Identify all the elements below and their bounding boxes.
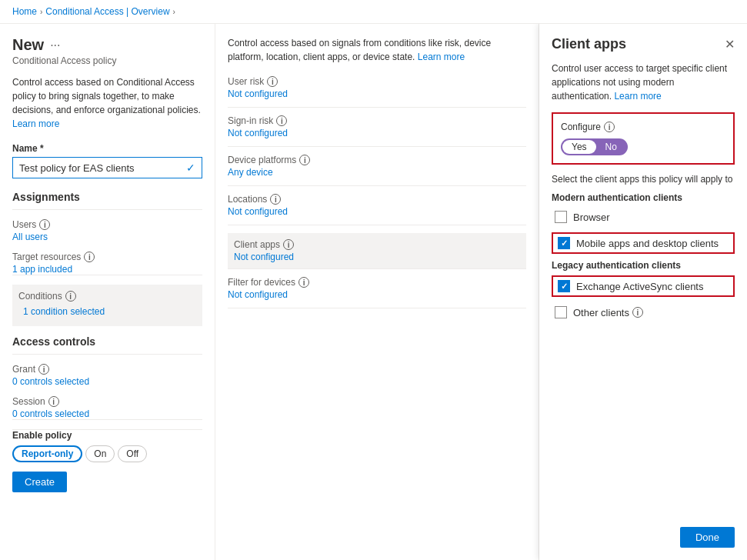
- grant-label: Grant: [12, 364, 35, 375]
- mobile-row: Mobile apps and desktop clients: [552, 232, 735, 254]
- exchange-checkbox[interactable]: [558, 280, 570, 292]
- configure-box: Configure i Yes No: [552, 112, 735, 165]
- device-platforms-info-icon[interactable]: i: [299, 155, 310, 165]
- target-label: Target resources: [12, 252, 81, 262]
- check-icon: ✓: [186, 162, 195, 174]
- panel-description: Control user access to target specific c…: [552, 62, 735, 103]
- session-info-icon[interactable]: i: [48, 396, 59, 407]
- signin-risk-info-icon[interactable]: i: [276, 115, 287, 126]
- exchange-row: Exchange ActiveSync clients: [552, 275, 735, 297]
- other-info-icon[interactable]: i: [632, 307, 643, 318]
- users-value[interactable]: All users: [12, 232, 202, 242]
- page-subtitle: Conditional Access policy: [12, 55, 202, 66]
- name-input[interactable]: Test policy for EAS clients ✓: [12, 157, 202, 178]
- device-platforms-value[interactable]: Any device: [228, 167, 526, 178]
- signin-risk-value[interactable]: Not configured: [228, 128, 526, 138]
- filter-devices-info-icon[interactable]: i: [298, 277, 309, 288]
- client-apps-value[interactable]: Not configured: [234, 252, 520, 262]
- no-option[interactable]: No: [596, 140, 626, 154]
- client-apps-row: Client apps i Not configured: [228, 233, 526, 269]
- left-learn-more[interactable]: Learn more: [12, 118, 59, 129]
- middle-description: Control access based on signals from con…: [228, 36, 526, 64]
- breadcrumb-conditional-access[interactable]: Conditional Access | Overview: [45, 6, 169, 17]
- report-only-toggle[interactable]: Report-only: [12, 445, 82, 462]
- breadcrumb-sep2: ›: [173, 8, 175, 16]
- configure-info-icon[interactable]: i: [604, 122, 615, 132]
- page-title: New: [12, 36, 44, 54]
- locations-row: Locations i Not configured: [228, 194, 526, 225]
- browser-checkbox[interactable]: [555, 211, 567, 223]
- other-checkbox[interactable]: [555, 306, 567, 318]
- access-controls-title: Access controls: [12, 335, 202, 348]
- on-option[interactable]: On: [85, 445, 115, 462]
- breadcrumb-sep1: ›: [40, 8, 42, 16]
- users-info-icon[interactable]: i: [39, 219, 50, 230]
- other-label: Other clients: [573, 307, 629, 318]
- grant-row: Grant i 0 controls selected: [12, 364, 202, 387]
- assignments-title: Assignments: [12, 191, 202, 203]
- device-platforms-label: Device platforms: [228, 155, 296, 165]
- client-apps-info-icon[interactable]: i: [283, 239, 294, 250]
- signin-risk-label: Sign-in risk: [228, 115, 273, 126]
- other-label-group: Other clients i: [573, 307, 643, 318]
- target-resources-row: Target resources i 1 app included: [12, 252, 202, 275]
- breadcrumb-home[interactable]: Home: [12, 6, 37, 17]
- panel-title: Client apps: [552, 36, 626, 52]
- close-button[interactable]: ✕: [725, 37, 735, 52]
- panel-learn-more[interactable]: Learn more: [614, 91, 661, 102]
- middle-learn-more[interactable]: Learn more: [418, 52, 465, 62]
- left-panel: New ··· Conditional Access policy Contro…: [0, 24, 215, 560]
- middle-panel: Control access based on signals from con…: [215, 24, 539, 560]
- filter-devices-label: Filter for devices: [228, 277, 295, 288]
- grant-info-icon[interactable]: i: [38, 364, 49, 375]
- off-option[interactable]: Off: [118, 445, 147, 462]
- more-options-icon[interactable]: ···: [50, 38, 60, 52]
- panel-header: Client apps ✕: [552, 36, 735, 52]
- target-value[interactable]: 1 app included: [12, 264, 202, 275]
- target-info-icon[interactable]: i: [84, 252, 95, 262]
- locations-value[interactable]: Not configured: [228, 206, 526, 217]
- enable-policy-toggle[interactable]: Report-only On Off: [12, 445, 202, 462]
- user-risk-label: User risk: [228, 76, 264, 87]
- grant-value[interactable]: 0 controls selected: [12, 376, 202, 387]
- users-row: Users i All users: [12, 219, 202, 242]
- enable-policy-label: Enable policy: [12, 430, 202, 441]
- mobile-checkbox[interactable]: [558, 237, 570, 249]
- create-button[interactable]: Create: [12, 472, 67, 492]
- modern-auth-header: Modern authentication clients: [552, 192, 735, 203]
- client-apps-panel: Client apps ✕ Control user access to tar…: [539, 24, 747, 560]
- conditions-value[interactable]: 1 condition selected: [18, 303, 109, 320]
- signin-risk-row: Sign-in risk i Not configured: [228, 115, 526, 147]
- breadcrumb: Home › Conditional Access | Overview ›: [0, 0, 747, 24]
- left-description: Control access based on Conditional Acce…: [12, 75, 202, 131]
- session-row: Session i 0 controls selected: [12, 396, 202, 420]
- conditions-info-icon[interactable]: i: [65, 291, 76, 302]
- name-label: Name *: [12, 143, 202, 154]
- client-apps-label: Client apps: [234, 239, 280, 250]
- device-platforms-row: Device platforms i Any device: [228, 155, 526, 186]
- session-value[interactable]: 0 controls selected: [12, 408, 202, 419]
- filter-devices-value[interactable]: Not configured: [228, 289, 526, 300]
- conditions-box: Conditions i 1 condition selected: [12, 285, 202, 326]
- session-label: Session: [12, 396, 45, 407]
- user-risk-info-icon[interactable]: i: [267, 76, 278, 87]
- yes-option[interactable]: Yes: [562, 140, 596, 154]
- select-label: Select the client apps this policy will …: [552, 174, 735, 185]
- done-button[interactable]: Done: [680, 527, 735, 548]
- browser-row: Browser: [552, 208, 735, 226]
- report-only-option[interactable]: Report-only: [14, 447, 81, 461]
- locations-label: Locations: [228, 194, 267, 205]
- yes-no-toggle[interactable]: Yes No: [561, 138, 628, 155]
- other-clients-row: Other clients i: [552, 303, 735, 322]
- filter-devices-row: Filter for devices i Not configured: [228, 277, 526, 308]
- done-btn-area: Done: [680, 527, 735, 548]
- locations-info-icon[interactable]: i: [270, 194, 281, 205]
- browser-label: Browser: [573, 212, 610, 223]
- mobile-label: Mobile apps and desktop clients: [576, 238, 719, 249]
- legacy-auth-header: Legacy authentication clients: [552, 260, 735, 271]
- conditions-label: Conditions: [18, 291, 62, 302]
- users-label: Users: [12, 219, 36, 230]
- exchange-label: Exchange ActiveSync clients: [576, 281, 703, 292]
- configure-label: Configure i: [561, 122, 725, 132]
- user-risk-value[interactable]: Not configured: [228, 88, 526, 99]
